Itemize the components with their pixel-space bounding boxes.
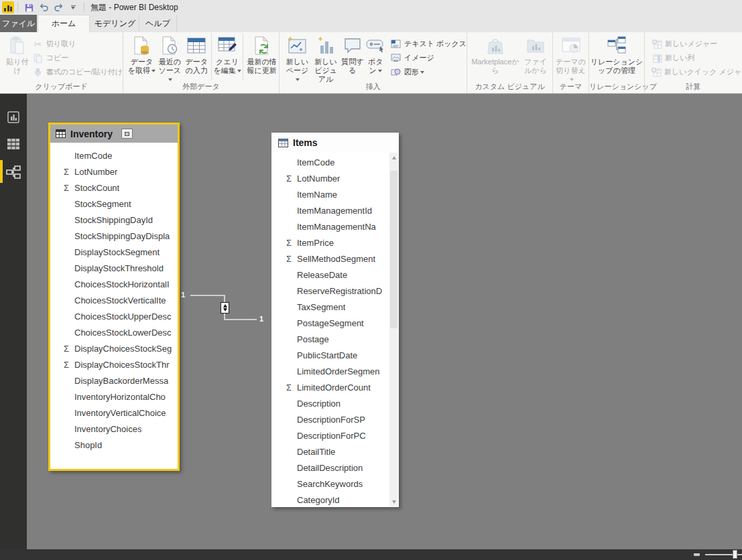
tab-help[interactable]: ヘルプ (139, 15, 177, 32)
refresh-icon (252, 36, 272, 56)
tab-file[interactable]: ファイル (0, 15, 37, 32)
field-item[interactable]: InventoryHorizontalCho (58, 389, 178, 405)
table-header-inventory[interactable]: Inventory (50, 125, 178, 143)
field-item[interactable]: ItemCode (58, 147, 178, 163)
relationship-line[interactable] (190, 295, 225, 296)
field-item[interactable]: ShopId (58, 437, 178, 453)
customize-quick-access-button[interactable] (66, 1, 80, 13)
field-item[interactable]: DisplayStockThreshold (58, 260, 178, 276)
copy-button[interactable]: コピー (33, 51, 123, 65)
new-column-button[interactable]: 新しい列 (652, 51, 742, 65)
table-name: Inventory (70, 129, 113, 139)
field-item[interactable]: ΣDisplayChoicesStockSeg (58, 340, 178, 356)
new-measure-button[interactable]: 新しいメジャー (652, 37, 742, 51)
field-item[interactable]: ReserveRegistrationD (281, 283, 389, 299)
field-item[interactable]: DescriptionForSP (281, 411, 389, 427)
field-item[interactable]: ReleaseDate (281, 267, 389, 283)
from-file-button[interactable]: ファイルから (521, 32, 550, 75)
field-item[interactable]: StockSegment (58, 196, 178, 212)
relationship-line[interactable] (225, 319, 257, 320)
ask-question-button[interactable]: 質問する (341, 32, 364, 75)
field-item[interactable]: LimitedOrderSegmen (281, 363, 389, 379)
table-header-items[interactable]: Items (271, 133, 399, 153)
new-visual-button[interactable]: 新しいビジュアル (311, 32, 341, 84)
redo-button[interactable] (52, 1, 65, 13)
field-item[interactable]: ItemManagementNa (281, 218, 389, 234)
field-name: ItemPrice (297, 238, 334, 248)
paste-button[interactable]: 貼り付け (5, 32, 30, 75)
refresh-button[interactable]: 最新の情報に更新 (245, 32, 279, 75)
undo-button[interactable] (37, 1, 50, 13)
field-item[interactable]: ΣDisplayChoicesStockThr (58, 356, 178, 372)
field-item[interactable]: ItemName (281, 186, 389, 202)
field-item[interactable]: InventoryVerticalChoice (58, 405, 178, 421)
field-item[interactable]: DisplayBackorderMessa (58, 372, 178, 389)
field-item[interactable]: StockShippingDayId (58, 212, 178, 228)
items-scrollbar[interactable] (389, 153, 398, 506)
field-item[interactable]: ChoicesStockVerticalIte (58, 292, 178, 308)
new-quick-measure-button[interactable]: 新しいクイック メジャー (652, 65, 742, 79)
field-item[interactable]: DescriptionForPC (281, 427, 389, 443)
field-name: ItemManagementNa (297, 222, 376, 232)
field-item[interactable]: ChoicesStockUpperDesc (58, 308, 178, 324)
field-item[interactable]: StockShippingDayDispla (58, 228, 178, 244)
tab-home[interactable]: ホーム (38, 15, 90, 32)
report-view-button[interactable] (0, 105, 27, 129)
manage-relationships-button[interactable]: リレーションシップの管理 (590, 32, 643, 75)
cut-button[interactable]: ✂ 切り取り (33, 37, 123, 51)
ribbon-group-themes: テーマの切り替え テーマ (553, 32, 589, 93)
scrollbar-up-icon[interactable] (389, 153, 398, 162)
zoom-slider-thumb[interactable] (733, 550, 737, 559)
copy-label: コピー (46, 53, 69, 63)
field-item[interactable]: Description (281, 395, 389, 411)
data-view-button[interactable] (0, 132, 27, 156)
undo-icon (39, 3, 49, 13)
collapse-table-button[interactable] (121, 129, 133, 139)
field-item[interactable]: ΣLotNumber (281, 170, 389, 186)
get-data-button[interactable]: データを取得 (127, 32, 156, 75)
text-box-button[interactable]: テキスト ボックス (391, 37, 467, 51)
group-label-clipboard: クリップボード (0, 82, 123, 92)
field-item[interactable]: ItemCode (281, 154, 389, 170)
tab-modeling[interactable]: モデリング (91, 15, 139, 32)
field-item[interactable]: CategoryId (281, 492, 389, 508)
field-item[interactable]: PostageSegment (281, 315, 389, 331)
field-item[interactable]: DetailDescription (281, 460, 389, 476)
field-item[interactable]: SearchKeywords (281, 476, 389, 492)
switch-theme-button[interactable]: テーマの切り替え (554, 32, 589, 84)
button-button[interactable]: ボタン (365, 32, 387, 75)
field-item[interactable]: ΣStockCount (58, 180, 178, 196)
scrollbar-down-icon[interactable] (389, 497, 398, 506)
bidirectional-filter-icon[interactable] (221, 302, 229, 313)
model-view-button[interactable] (0, 160, 27, 184)
field-item[interactable]: Postage (281, 331, 389, 347)
field-item[interactable]: ChoicesStockLowerDesc (58, 324, 178, 340)
field-item[interactable]: ΣLimitedOrderCount (281, 379, 389, 395)
cardinality-label: 1 (259, 315, 263, 323)
from-marketplace-button[interactable]: Marketplaceから (470, 32, 521, 75)
table-card-items[interactable]: Items ItemCodeΣLotNumberItemNameItemMana… (271, 133, 399, 507)
cut-label: 切り取り (46, 39, 76, 49)
zoom-out-button[interactable] (694, 553, 700, 556)
table-card-inventory[interactable]: Inventory ItemCodeΣLotNumberΣStockCountS… (48, 123, 180, 471)
field-item[interactable]: TaxSegment (281, 299, 389, 315)
shapes-button[interactable]: 図形 (391, 65, 467, 79)
field-item[interactable]: DisplayStockSegment (58, 244, 178, 260)
field-item[interactable]: ΣLotNumber (58, 163, 178, 180)
field-item[interactable]: ItemManagementId (281, 202, 389, 218)
field-item[interactable]: ΣSellMethodSegment (281, 251, 389, 267)
scrollbar-thumb[interactable] (390, 171, 397, 328)
field-item[interactable]: ChoicesStockHorizontalI (58, 276, 178, 292)
format-painter-button[interactable]: 書式のコピー/貼り付け (33, 65, 123, 79)
field-name: PublicStartDate (297, 350, 357, 360)
field-item[interactable]: ΣItemPrice (281, 234, 389, 251)
recent-sources-button[interactable]: 最近のソース (156, 32, 184, 84)
new-page-button[interactable]: 新しいページ (284, 32, 311, 84)
field-item[interactable]: DetailTitle (281, 443, 389, 460)
field-item[interactable]: PublicStartDate (281, 347, 389, 363)
enter-data-button[interactable]: データの入力 (184, 32, 210, 75)
save-button[interactable] (22, 1, 36, 13)
field-item[interactable]: InventoryChoices (58, 421, 178, 437)
edit-queries-button[interactable]: クエリを編集 (213, 32, 242, 75)
image-button[interactable]: イメージ (391, 51, 467, 65)
